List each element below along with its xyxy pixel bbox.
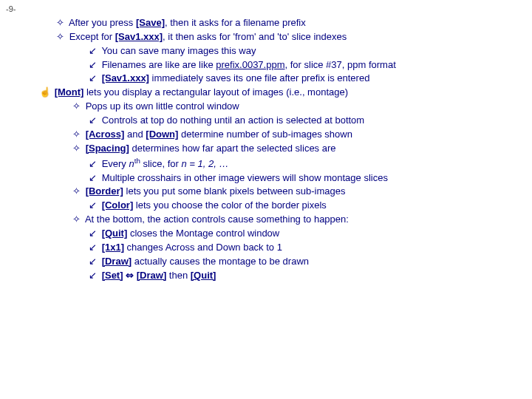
line-text: [Sav1.xxx] immediately saves its one fil…	[102, 72, 370, 83]
line-text: [Color] lets you choose the color of the…	[102, 200, 327, 211]
line-text: [Quit] closes the Montage control window	[102, 228, 280, 239]
hand-icon: ☝	[38, 86, 52, 100]
arrow-icon: ↙	[86, 269, 99, 283]
line-text: Pops up its own little control window	[86, 100, 239, 112]
diamond-icon: ✧	[69, 142, 83, 156]
diamond-icon: ✧	[69, 213, 83, 227]
arrow-icon: ↙	[86, 241, 99, 255]
page-number: -9-	[6, 4, 16, 13]
line-text: Except for [Sav1.xxx], it then asks for …	[69, 31, 347, 42]
arrow-icon: ↙	[86, 114, 99, 128]
content: ✧ After you press [Save], then it asks f…	[53, 16, 510, 282]
diamond-icon: ✧	[69, 128, 83, 142]
diamond-icon: ✧	[53, 30, 66, 44]
line-text: At the bottom, the action controls cause…	[85, 214, 349, 225]
line-text: Filenames are like are like prefix.0037.…	[102, 59, 396, 70]
arrow-icon: ↙	[86, 58, 99, 72]
line-text: [Mont] lets you display a rectangular la…	[55, 86, 348, 98]
line-text: [Across] and [Down] determine number of …	[86, 129, 352, 140]
line-text: After you press [Save], then it asks for…	[69, 17, 306, 28]
diamond-icon: ✧	[69, 185, 83, 199]
line-text: [1x1] changes Across and Down back to 1	[102, 242, 282, 253]
line-text: Controls at top do nothing until an acti…	[102, 115, 365, 126]
arrow-icon: ↙	[86, 44, 99, 58]
arrow-icon: ↙	[86, 171, 99, 185]
line-text: You can save many images this way	[101, 45, 256, 56]
arrow-icon: ↙	[86, 157, 99, 171]
arrow-icon: ↙	[86, 255, 99, 269]
line-text: Every nth slice, for n = 1, 2, …	[102, 158, 229, 169]
diamond-icon: ✧	[69, 100, 83, 114]
diamond-icon: ✧	[53, 16, 66, 30]
arrow-icon: ↙	[86, 199, 99, 213]
line-text: [Set] ⇔ [Draw] then [Quit]	[102, 270, 216, 281]
arrow-icon: ↙	[86, 227, 99, 241]
line-text: [Border] lets you put some blank pixels …	[86, 185, 346, 197]
line-text: [Spacing] determines how far apart the s…	[86, 143, 336, 154]
line-text: Multiple crosshairs in other image viewe…	[102, 172, 388, 183]
arrow-icon: ↙	[86, 72, 99, 86]
line-text: [Draw] actually causes the montage to be…	[102, 256, 309, 267]
